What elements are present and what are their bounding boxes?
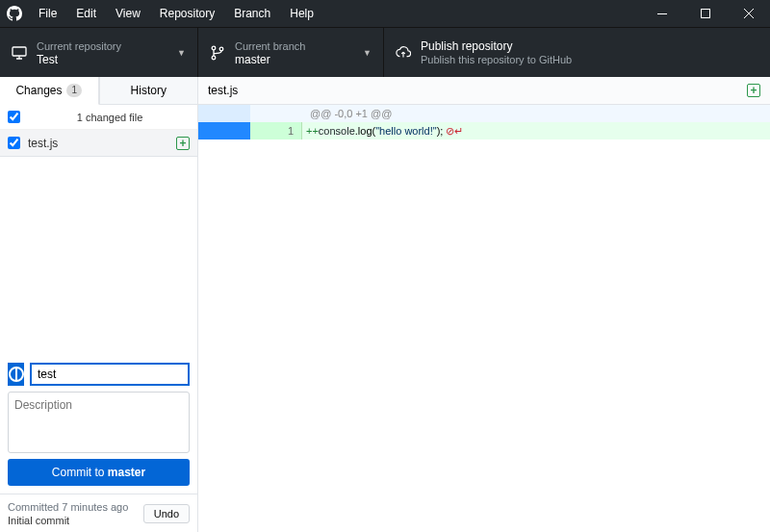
window-controls bbox=[640, 0, 770, 27]
repo-selector[interactable]: Current repositoryTest ▼ bbox=[0, 28, 198, 77]
added-icon: + bbox=[747, 84, 760, 97]
commit-button-branch: master bbox=[108, 466, 145, 479]
commit-button[interactable]: Commit to master bbox=[8, 459, 190, 486]
tab-history[interactable]: History bbox=[99, 77, 198, 105]
close-button[interactable] bbox=[727, 0, 770, 27]
hunk-text: @@ -0,0 +1 @@ bbox=[302, 108, 392, 119]
menu-edit[interactable]: Edit bbox=[66, 7, 106, 20]
line-prefix: ++ bbox=[306, 125, 319, 137]
menu-repository[interactable]: Repository bbox=[150, 7, 224, 20]
chevron-down-icon: ▼ bbox=[363, 48, 372, 58]
code-token: .log( bbox=[355, 125, 375, 137]
commit-form: Commit to master bbox=[0, 355, 197, 494]
changed-file-row[interactable]: test.js + bbox=[0, 130, 197, 157]
menu-file[interactable]: File bbox=[29, 7, 66, 20]
file-checkbox[interactable] bbox=[8, 137, 20, 149]
tab-changes-label: Changes bbox=[15, 84, 62, 97]
svg-point-3 bbox=[212, 46, 216, 50]
branch-label: Current branch bbox=[235, 39, 305, 53]
repo-label: Current repository bbox=[37, 39, 121, 53]
toolbar: Current repositoryTest ▼ Current branchm… bbox=[0, 27, 770, 77]
commit-summary-input[interactable] bbox=[30, 363, 190, 386]
sidebar: Changes1 History 1 changed file test.js … bbox=[0, 77, 198, 532]
desktop-icon bbox=[12, 45, 27, 61]
select-all-checkbox[interactable] bbox=[8, 111, 20, 123]
changes-count-badge: 1 bbox=[66, 84, 82, 97]
svg-point-4 bbox=[212, 56, 216, 60]
diff-hunk-header: @@ -0,0 +1 @@ bbox=[198, 105, 770, 122]
eol-icon: ⊘↵ bbox=[446, 125, 463, 137]
title-bar: File Edit View Repository Branch Help bbox=[0, 0, 770, 27]
code-token: "hello world!" bbox=[375, 125, 436, 137]
svg-rect-0 bbox=[657, 13, 667, 14]
commit-description-input[interactable] bbox=[8, 392, 190, 453]
last-commit-message: Initial commit bbox=[8, 514, 128, 527]
branch-selector[interactable]: Current branchmaster ▼ bbox=[198, 28, 384, 77]
cloud-upload-icon bbox=[396, 45, 411, 61]
menu-help[interactable]: Help bbox=[280, 7, 323, 20]
commit-button-prefix: Commit to bbox=[52, 466, 108, 479]
diff-file-name: test.js bbox=[208, 84, 747, 97]
publish-button[interactable]: Publish repositoryPublish this repositor… bbox=[384, 28, 770, 77]
tab-changes[interactable]: Changes1 bbox=[0, 77, 99, 105]
avatar-icon bbox=[8, 363, 24, 386]
code-token: ); bbox=[437, 125, 444, 137]
changed-files-summary: 1 changed file bbox=[30, 112, 190, 123]
maximize-button[interactable] bbox=[683, 0, 727, 27]
code-token: console bbox=[319, 125, 355, 137]
publish-sub: Publish this repository to GitHub bbox=[421, 53, 572, 66]
menu-view[interactable]: View bbox=[106, 7, 150, 20]
menu-branch[interactable]: Branch bbox=[224, 7, 280, 20]
line-number: 1 bbox=[250, 122, 302, 139]
publish-title: Publish repository bbox=[421, 39, 572, 53]
diff-line-added[interactable]: 1++console.log("hello world!"); ⊘↵ bbox=[198, 122, 770, 139]
svg-point-5 bbox=[219, 47, 223, 51]
repo-name: Test bbox=[37, 53, 121, 66]
minimize-button[interactable] bbox=[640, 0, 683, 27]
github-logo-icon bbox=[0, 6, 29, 21]
svg-rect-2 bbox=[13, 47, 26, 56]
diff-view: test.js + @@ -0,0 +1 @@ 1++console.log("… bbox=[198, 77, 770, 532]
diff-header: test.js + bbox=[198, 77, 770, 105]
menu-bar: File Edit View Repository Branch Help bbox=[29, 7, 323, 20]
branch-icon bbox=[210, 45, 225, 61]
added-icon: + bbox=[176, 137, 190, 150]
last-commit: Committed 7 minutes ago Initial commit U… bbox=[0, 494, 197, 532]
svg-rect-1 bbox=[701, 10, 709, 18]
branch-name: master bbox=[235, 53, 305, 66]
chevron-down-icon: ▼ bbox=[177, 48, 186, 58]
file-name: test.js bbox=[28, 137, 168, 150]
last-commit-time: Committed 7 minutes ago bbox=[8, 500, 128, 514]
undo-button[interactable]: Undo bbox=[143, 504, 190, 523]
changed-files-header: 1 changed file bbox=[0, 105, 197, 130]
